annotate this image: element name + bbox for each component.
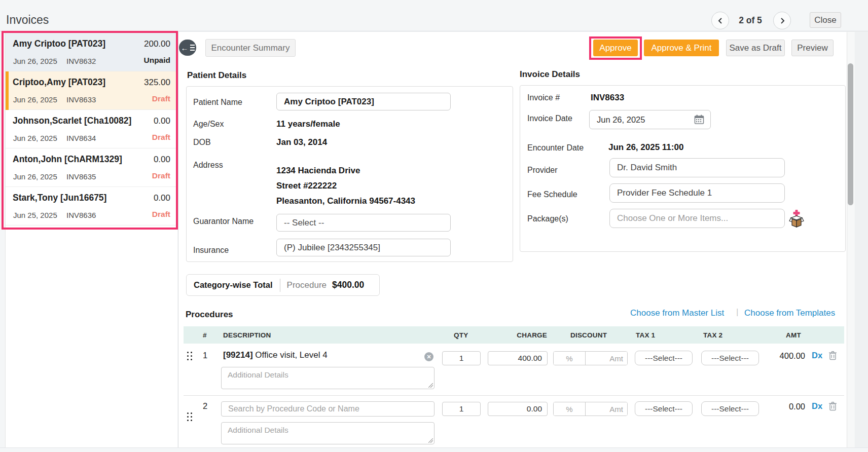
remove-procedure-icon[interactable]: ✕	[424, 352, 433, 361]
dob-value: Jan 03, 2014	[276, 137, 327, 147]
insurance-label: Insurance	[193, 246, 229, 255]
link-separator: |	[736, 307, 738, 317]
encounter-date-value: Jun 26, 2025 11:00	[608, 142, 683, 153]
category-total-label: Category-wise Total	[194, 280, 273, 290]
provider-label: Provider	[527, 166, 558, 175]
packages-placeholder: Choose One or More Items...	[617, 213, 728, 223]
discount-amount-input[interactable]	[585, 352, 628, 365]
discount-group	[553, 402, 628, 416]
bottom-strip	[0, 447, 868, 452]
package-add-icon[interactable]	[789, 209, 804, 230]
invoice-number-value: INV8633	[591, 93, 624, 103]
choose-from-templates-link[interactable]: Choose from Templates	[744, 308, 835, 318]
fee-schedule-field[interactable]: Provider Fee Schedule 1	[609, 183, 785, 203]
tax1-select[interactable]: ---Select---	[635, 401, 693, 416]
guarantor-name-select[interactable]: -- Select --	[276, 214, 451, 232]
trash-icon[interactable]	[828, 351, 837, 362]
qty-input[interactable]	[442, 402, 481, 416]
address-value: 1234 Hacienda Drive Street #222222 Pleas…	[276, 163, 415, 209]
amount-value: 0.00	[771, 402, 805, 411]
previous-invoice-button[interactable]	[711, 12, 729, 29]
row-number: 2	[203, 401, 207, 411]
address-label: Address	[193, 161, 223, 170]
qty-input[interactable]	[442, 351, 481, 365]
packages-field[interactable]: Choose One or More Items...	[609, 209, 785, 228]
invoice-number-label: Invoice #	[527, 93, 560, 102]
invoice-details-heading: Invoice Details	[520, 69, 580, 80]
col-tax1: TAX 1	[636, 331, 655, 339]
invoice-date-field[interactable]: Jun 26, 2025	[589, 110, 711, 129]
row-number: 1	[203, 351, 207, 360]
annotation-highlight-sidebar	[2, 31, 178, 230]
fee-schedule-value: Provider Fee Schedule 1	[617, 188, 712, 198]
address-line1: 1234 Hacienda Drive	[276, 163, 415, 178]
address-line2: Street #222222	[276, 178, 415, 194]
amount-value: 400.00	[771, 351, 805, 361]
provider-field[interactable]: Dr. David Smith	[609, 158, 785, 177]
scrollbar-thumb[interactable]	[848, 63, 853, 205]
right-gutter	[855, 32, 868, 447]
additional-details-textarea[interactable]	[221, 367, 435, 389]
col-charge: CHARGE	[480, 331, 547, 339]
patient-name-value: Amy Criptoo [PAT023]	[284, 97, 374, 107]
tax1-select[interactable]: ---Select---	[635, 351, 693, 365]
drag-handle-icon[interactable]	[187, 352, 194, 362]
arrow-left-icon: ←	[181, 44, 189, 52]
choose-from-master-list-link[interactable]: Choose from Master List	[630, 308, 724, 318]
category-name: Procedure	[287, 280, 327, 290]
insurance-value: (P) Jubilee [2343255345]	[284, 243, 380, 253]
next-invoice-button[interactable]	[773, 12, 791, 29]
discount-percent-input[interactable]	[554, 402, 585, 416]
additional-details-textarea[interactable]	[221, 422, 435, 444]
charge-input[interactable]	[488, 351, 548, 365]
packages-label: Package(s)	[527, 214, 568, 223]
patient-name-field[interactable]: Amy Criptoo [PAT023]	[276, 93, 451, 110]
preview-button[interactable]: Preview	[791, 40, 834, 56]
age-sex-label: Age/Sex	[193, 120, 224, 129]
patient-name-label: Patient Name	[193, 98, 242, 107]
col-discount: DISCOUNT	[570, 331, 607, 339]
procedures-table-header: # DESCRIPTION QTY CHARGE DISCOUNT TAX 1 …	[184, 326, 844, 344]
drag-handle-icon[interactable]	[187, 412, 194, 423]
approve-and-print-button[interactable]: Approve & Print	[644, 40, 719, 56]
category-amount: $400.00	[332, 280, 364, 290]
chevron-left-icon	[717, 18, 724, 24]
procedure-search-input[interactable]	[221, 401, 435, 417]
invoice-date-label: Invoice Date	[527, 114, 572, 123]
close-button[interactable]: Close	[810, 12, 841, 28]
procedure-description: [99214] Office visit, Level 4	[223, 350, 328, 360]
procedure-name: Office visit, Level 4	[253, 350, 328, 360]
category-wise-total: Category-wise Total Procedure $400.00	[186, 274, 380, 296]
encounter-date-label: Encounter Date	[527, 143, 584, 153]
menu-bars-icon	[190, 45, 195, 51]
page-title: Invoices	[6, 13, 49, 27]
dx-link[interactable]: Dx	[812, 401, 822, 411]
charge-input[interactable]	[488, 402, 548, 416]
save-as-draft-button[interactable]: Save as Draft	[726, 40, 785, 56]
fee-schedule-label: Fee Schedule	[527, 190, 577, 199]
divider	[280, 279, 280, 292]
col-description: DESCRIPTION	[223, 331, 271, 339]
trash-icon[interactable]	[828, 401, 837, 413]
discount-group	[553, 351, 628, 365]
discount-amount-input[interactable]	[585, 402, 628, 416]
insurance-field[interactable]: (P) Jubilee [2343255345]	[276, 239, 451, 256]
address-line3: Pleasanton, California 94567-4343	[276, 194, 415, 209]
collapse-sidebar-button[interactable]: ←	[179, 40, 196, 56]
col-qty: QTY	[454, 331, 468, 339]
discount-percent-input[interactable]	[554, 352, 585, 365]
annotation-highlight-approve	[589, 36, 642, 60]
col-num: #	[203, 331, 207, 339]
pagination-count: 2 of 5	[733, 15, 768, 26]
calendar-icon[interactable]	[694, 115, 704, 125]
encounter-summary-button[interactable]: Encounter Summary	[205, 39, 296, 57]
tax2-select[interactable]: ---Select---	[701, 351, 759, 365]
dob-label: DOB	[193, 138, 211, 147]
dx-link[interactable]: Dx	[812, 351, 822, 360]
col-tax2: TAX 2	[703, 331, 722, 339]
invoice-date-value: Jun 26, 2025	[597, 115, 645, 125]
patient-details-heading: Patient Details	[187, 70, 246, 81]
tax2-select[interactable]: ---Select---	[701, 401, 759, 416]
provider-value: Dr. David Smith	[617, 163, 677, 173]
col-amt: AMT	[786, 331, 801, 339]
